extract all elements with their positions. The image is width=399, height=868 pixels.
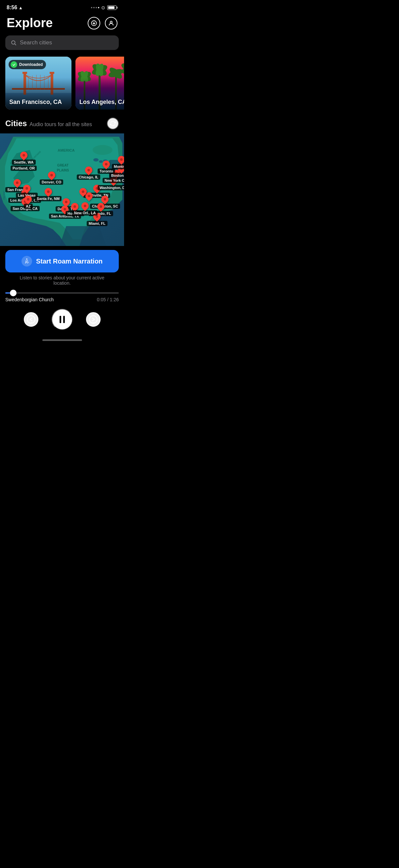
pin-montreal[interactable]: Montréal (112, 156, 124, 169)
walk-icon (24, 258, 30, 265)
pin-seattle[interactable]: Seattle, WA Portland, OR (10, 152, 37, 171)
roam-section: Start Roam Narration Listen to stories a… (0, 246, 124, 290)
pin-dot-santafe (43, 186, 53, 197)
profile-button[interactable] (105, 17, 118, 29)
pin-neworleans[interactable]: New Orl., LA (72, 202, 98, 216)
svg-point-2 (110, 21, 112, 23)
audio-player: Swedenborgian Church 0:05 / 1:26 (0, 290, 124, 306)
pin-az[interactable]: AZ (24, 196, 33, 209)
pin-label-miami: Miami, FL (87, 221, 107, 226)
pause-bar-right (63, 316, 65, 323)
header: Explore (0, 13, 124, 35)
time-separator: / (107, 297, 110, 302)
home-indicator (0, 337, 124, 342)
search-box[interactable]: Search cities (5, 35, 119, 50)
pin-label-portland: Portland, OR (10, 165, 37, 171)
progress-bar[interactable] (5, 292, 119, 293)
svg-text:GREAT: GREAT (57, 163, 68, 167)
search-icon (10, 40, 16, 46)
cities-header: Cities Audio tours for all the sites (5, 118, 119, 129)
pin-dot-neworleans (80, 200, 90, 211)
search-container: Search cities (0, 35, 124, 57)
svg-point-3 (11, 41, 15, 44)
pause-icon (60, 316, 65, 323)
roam-description: Listen to stories about your current act… (5, 273, 119, 287)
svg-rect-16 (23, 72, 27, 74)
la-city-name: Los Angeles, CA (79, 99, 124, 105)
skip-forward-label: 15 (92, 321, 95, 324)
cities-title-group: Cities Audio tours for all the sites (5, 119, 92, 128)
download-button[interactable] (88, 17, 100, 29)
svg-point-48 (26, 258, 27, 259)
current-time: 0:05 (97, 297, 106, 302)
cities-subtitle: Audio tours for all the sites (29, 122, 92, 127)
svg-text:AMERICA: AMERICA (58, 148, 74, 152)
wifi-icon: ⊙ (101, 5, 105, 10)
track-name: Swedenborgian Church (5, 297, 54, 302)
duration: 1:26 (110, 297, 119, 302)
pin-dot-az (23, 194, 33, 204)
downloaded-label: Downloaded (19, 62, 43, 67)
pin-label-nyc: New York City (103, 178, 124, 183)
player-controls: 15 15 (0, 306, 124, 337)
map-container[interactable]: GREAT PLAINS AMERICA MOUNTAINS PACIFIC S… (0, 133, 124, 246)
audio-info: Swedenborgian Church 0:05 / 1:26 (5, 296, 119, 305)
roam-button-label: Start Roam Narration (36, 257, 103, 265)
pin-chicago[interactable]: Chicago, IL (77, 166, 100, 180)
svg-point-44 (93, 145, 112, 155)
pin-dot-chicago (84, 165, 94, 175)
status-icons: ⊙ (91, 5, 118, 10)
skip-back-label: 15 (29, 321, 32, 324)
pin-dot-vegas (22, 183, 32, 193)
svg-text:PACIFIC: PACIFIC (3, 191, 5, 199)
page-title: Explore (7, 16, 53, 30)
cities-section: Cities Audio tours for all the sites (0, 118, 124, 129)
cities-title: Cities (5, 119, 27, 128)
pin-dot (19, 150, 29, 160)
download-circle-icon (10, 61, 17, 68)
roam-icon (22, 256, 32, 267)
downloaded-badge: Downloaded (9, 60, 46, 69)
audio-time: 0:05 / 1:26 (97, 297, 119, 302)
refresh-button[interactable] (107, 118, 119, 129)
pause-button[interactable] (52, 309, 73, 330)
skip-back-button[interactable]: 15 (24, 312, 38, 327)
pause-bar-left (60, 316, 61, 323)
download-icon (91, 20, 97, 26)
checkmark-icon (12, 63, 16, 66)
signal-dots (91, 7, 99, 8)
home-bar (42, 339, 82, 341)
pin-dot-toronto (101, 159, 111, 169)
svg-rect-17 (49, 72, 54, 74)
pin-dot-denver (46, 170, 57, 180)
pin-label-montreal: Montréal (112, 164, 124, 169)
location-icon: ▲ (19, 5, 23, 10)
battery-icon (107, 5, 118, 10)
city-card-la[interactable]: Los Angeles, CA (75, 57, 124, 110)
skip-forward-button[interactable]: 15 (86, 312, 101, 327)
svg-line-4 (15, 44, 16, 45)
pin-dot-memphis (78, 186, 88, 197)
header-icons (88, 17, 118, 29)
profile-icon (108, 20, 114, 26)
refresh-icon (110, 121, 116, 126)
pin-denver[interactable]: Denver, CO (40, 172, 63, 185)
pin-label-az: AZ (24, 204, 33, 209)
city-cards: Downloaded San Francisco, CA (0, 57, 124, 118)
status-time: 8:56 (7, 5, 17, 10)
pin-label-toronto: Toronto (98, 168, 115, 174)
pin-dot-montreal (116, 154, 124, 164)
pin-label-dc: Washington, DC (98, 185, 124, 190)
status-bar: 8:56 ▲ ⊙ (0, 0, 124, 13)
city-card-sf[interactable]: Downloaded San Francisco, CA (5, 57, 71, 110)
sf-city-name: San Francisco, CA (9, 99, 62, 105)
progress-thumb[interactable] (10, 290, 16, 296)
pin-memphis[interactable] (79, 188, 87, 195)
search-placeholder: Search cities (20, 39, 52, 46)
roam-narration-button[interactable]: Start Roam Narration (5, 250, 119, 273)
